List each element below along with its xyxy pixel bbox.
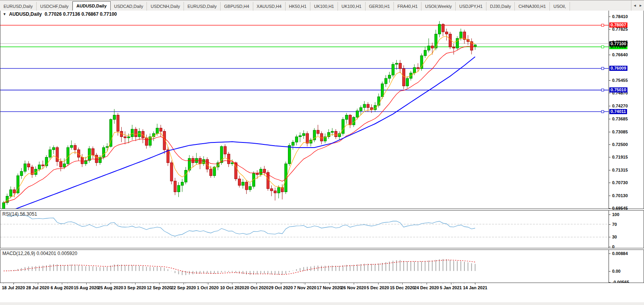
date-major-tick bbox=[354, 283, 354, 285]
rsi-canvas[interactable] bbox=[0, 211, 609, 248]
price-tick-label: 0.71915 bbox=[612, 155, 628, 159]
chart-tab-gbpusd-h4[interactable]: GBPUSD,H4 bbox=[221, 2, 253, 11]
chart-tab-usdjpy-h1[interactable]: USDJPY,H1 bbox=[456, 2, 486, 11]
date-minor-tick bbox=[196, 283, 197, 284]
date-label: 18 Jul 2020 bbox=[2, 285, 25, 290]
price-tick bbox=[609, 208, 611, 209]
chart-tab-usdchf-daily[interactable]: USDCHF,Daily bbox=[37, 2, 72, 11]
chart-tab-fra40-h1[interactable]: FRA40,H1 bbox=[394, 2, 421, 11]
price-tick-label: 0.73085 bbox=[612, 129, 628, 134]
date-major-tick bbox=[232, 283, 232, 285]
date-minor-tick bbox=[303, 283, 304, 284]
date-minor-tick bbox=[46, 283, 46, 284]
rsi-line bbox=[7, 215, 475, 236]
macd-pane: 0.008840.00-0.00565 MACD(12,26,9) 0.0042… bbox=[0, 250, 644, 283]
date-minor-tick bbox=[57, 283, 57, 284]
date-minor-tick bbox=[78, 283, 78, 284]
line-handle-0.75010[interactable] bbox=[601, 89, 604, 91]
macd-canvas[interactable] bbox=[0, 250, 609, 283]
scroll-tabs-left-icon[interactable]: ◄ bbox=[633, 4, 637, 7]
symbol-label: AUDUSD,Daily bbox=[9, 11, 42, 17]
date-minor-tick bbox=[346, 283, 347, 284]
date-minor-tick bbox=[464, 283, 464, 284]
date-minor-tick bbox=[228, 283, 228, 284]
price-tick bbox=[609, 183, 611, 183]
line-handle-0.78007[interactable] bbox=[601, 24, 604, 26]
chart-tab-xauusd-h4[interactable]: XAUUSD,H4 bbox=[253, 2, 286, 11]
macd-tick bbox=[609, 271, 611, 272]
date-minor-tick bbox=[357, 283, 357, 284]
rsi-tick bbox=[609, 237, 611, 237]
date-major-tick bbox=[38, 283, 38, 285]
chart-tab-audusd-daily[interactable]: AUDUSD,Daily bbox=[72, 1, 110, 11]
date-minor-tick bbox=[443, 283, 443, 284]
date-minor-tick bbox=[389, 283, 390, 284]
chart-tab-uk100-h1[interactable]: UK100,H1 bbox=[338, 2, 366, 11]
date-minor-tick bbox=[271, 283, 271, 284]
chart-tab-uk100-h1[interactable]: UK100,H1 bbox=[310, 2, 338, 11]
date-minor-tick bbox=[217, 283, 218, 284]
date-minor-tick bbox=[89, 283, 89, 284]
price-tick bbox=[609, 196, 611, 196]
rsi-axis: 10070300 bbox=[609, 211, 644, 248]
price-tick-label: 0.72500 bbox=[612, 142, 628, 147]
chart-tab-eurusd-daily[interactable]: EURUSD,Daily bbox=[0, 2, 37, 11]
scroll-tabs-right-icon[interactable]: ► bbox=[639, 4, 642, 7]
date-major-tick bbox=[329, 283, 330, 285]
rsi-tick-label: 70 bbox=[612, 222, 617, 227]
price-tick-label: 0.71315 bbox=[612, 168, 628, 172]
date-axis[interactable]: 18 Jul 202028 Jul 20206 Aug 202015 Aug 2… bbox=[0, 283, 644, 292]
price-tick bbox=[609, 119, 611, 119]
chart-tab-ger30-h1[interactable]: GER30,H1 bbox=[366, 2, 394, 11]
date-minor-tick bbox=[121, 283, 121, 284]
date-major-tick bbox=[427, 283, 427, 285]
date-major-tick bbox=[208, 283, 208, 285]
line-price-badge: 0.76009 bbox=[609, 66, 627, 71]
chart-tab-dj30-daily[interactable]: DJ30,Daily bbox=[486, 2, 515, 11]
price-chart-canvas[interactable] bbox=[0, 10, 609, 209]
chart-tab-usoil-weekly[interactable]: USOil,Weekly bbox=[421, 2, 456, 11]
date-minor-tick bbox=[153, 283, 154, 284]
chart-tab-china300-h1[interactable]: CHINA300,H1 bbox=[515, 2, 550, 11]
date-minor-tick bbox=[67, 283, 68, 284]
rsi-tick bbox=[609, 247, 611, 247]
date-minor-tick bbox=[367, 283, 368, 284]
date-major-tick bbox=[159, 283, 160, 285]
date-minor-tick bbox=[336, 283, 336, 284]
price-tick bbox=[609, 170, 611, 170]
macd-tick bbox=[609, 282, 611, 283]
mt4-window: ▾ M1M5M15M30H1H4D1W1MN 0.784100.778250.7… bbox=[0, 0, 644, 305]
price-tick bbox=[609, 132, 611, 132]
date-label: 15 Dec 2020 bbox=[390, 285, 415, 290]
chart-tab-usoil[interactable]: USOil, bbox=[550, 2, 570, 11]
chart-tab-usdcnh-daily[interactable]: USDCNH,Daily bbox=[147, 2, 184, 11]
line-handle-0.76009[interactable] bbox=[601, 67, 604, 70]
price-tick-label: 0.76640 bbox=[612, 52, 628, 57]
date-minor-tick bbox=[100, 283, 100, 284]
date-major-tick bbox=[256, 283, 257, 285]
date-minor-tick bbox=[400, 283, 400, 284]
date-minor-tick bbox=[164, 283, 164, 284]
date-major-tick bbox=[135, 283, 135, 285]
date-label: 10 Oct 2020 bbox=[220, 285, 244, 290]
chart-tab-eurusd-daily[interactable]: EURUSD,Daily bbox=[184, 2, 221, 11]
line-handle-0.77008[interactable] bbox=[601, 46, 604, 48]
date-major-tick bbox=[86, 283, 87, 285]
date-label: 7 Nov 2020 bbox=[294, 285, 316, 290]
tab-scroll-arrows: ◄ ► bbox=[631, 0, 644, 11]
price-chart-pane: 0.784100.778250.772250.766400.754550.748… bbox=[0, 9, 644, 209]
collapse-panel-icon[interactable]: ▼ bbox=[3, 12, 6, 16]
rsi-tick bbox=[609, 214, 611, 215]
date-major-tick bbox=[184, 283, 184, 285]
date-minor-tick bbox=[325, 283, 325, 284]
chart-tab-hk50-h1[interactable]: HK50,H1 bbox=[286, 2, 311, 11]
date-minor-tick bbox=[207, 283, 207, 284]
rsi-tick-label: 100 bbox=[612, 212, 619, 217]
price-tick bbox=[609, 144, 611, 145]
rsi-label: RSI(14) 56.3051 bbox=[2, 211, 37, 217]
line-handle-0.74011[interactable] bbox=[601, 111, 604, 113]
chart-tab-usdcad-daily[interactable]: USDCAD,Daily bbox=[111, 2, 147, 11]
date-minor-tick bbox=[239, 283, 239, 284]
price-tick-label: 0.78410 bbox=[612, 14, 628, 19]
price-tick-label: 0.74270 bbox=[612, 104, 628, 108]
